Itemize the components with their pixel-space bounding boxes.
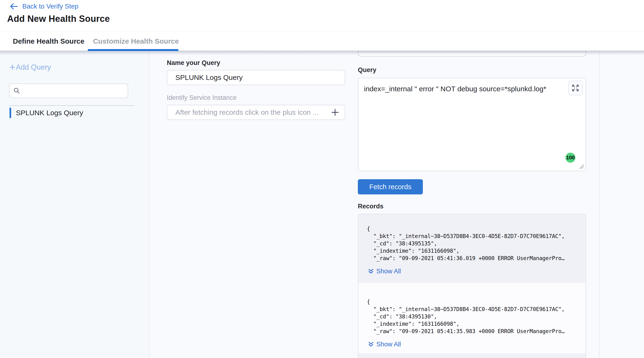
double-chevron-down-icon: [368, 268, 374, 275]
record-row: { "_bkt": "_internal~38~D537D8B4-3EC0-4D…: [358, 283, 586, 353]
show-all-link[interactable]: Show All: [368, 341, 401, 348]
query-textarea[interactable]: index=_internal " error " NOT debug sour…: [358, 78, 586, 171]
tab-customize-health-source[interactable]: Customize Health Source: [93, 32, 179, 51]
plus-icon: +: [10, 64, 16, 71]
records-label: Records: [358, 203, 384, 210]
selected-item-bar: [10, 108, 11, 118]
double-chevron-down-icon: [368, 342, 374, 348]
add-service-instance-plus-icon[interactable]: [331, 108, 339, 116]
page-header: Back to Verify Step Add New Health Sourc…: [0, 0, 644, 31]
query-sidebar: + Add Query SPLUNK Logs Query: [0, 51, 150, 358]
record-row-partial: [358, 353, 586, 358]
query-length-badge: 100: [566, 153, 576, 163]
sidebar-divider: [9, 105, 134, 106]
show-all-label: Show All: [376, 341, 401, 348]
record-json: { "_bkt": "_internal~38~D537D8B4-3EC0-4D…: [367, 225, 586, 262]
tab-define-health-source[interactable]: Define Health Source: [13, 32, 84, 51]
query-search-box: [9, 83, 128, 98]
sidebar-item-splunk-logs-query[interactable]: SPLUNK Logs Query: [10, 107, 83, 119]
identify-service-instance-label: Identify Service Instance: [167, 94, 345, 101]
tab-bar: Define Health Source Customize Health So…: [0, 31, 644, 51]
record-row: { "_bkt": "_internal~38~D537D8B4-3EC0-4D…: [358, 214, 586, 283]
query-text: index=_internal " error " NOT debug sour…: [364, 85, 564, 93]
expand-icon: [572, 84, 580, 92]
name-your-query-label: Name your Query: [167, 59, 345, 67]
resize-grip-handle[interactable]: [578, 163, 584, 169]
query-name-input[interactable]: [167, 70, 345, 85]
service-instance-input[interactable]: [167, 105, 345, 120]
query-form-column: Name your Query Identify Service Instanc…: [167, 51, 345, 120]
records-container: { "_bkt": "_internal~38~D537D8B4-3EC0-4D…: [358, 214, 586, 358]
add-health-source-page: Back to Verify Step Add New Health Sourc…: [0, 0, 644, 358]
record-json: { "_bkt": "_internal~38~D537D8B4-3EC0-4D…: [367, 298, 586, 335]
show-all-link[interactable]: Show All: [368, 268, 401, 275]
add-query-button[interactable]: + Add Query: [10, 63, 51, 72]
query-search-input[interactable]: [24, 87, 124, 95]
add-query-label: Add Query: [16, 63, 51, 72]
search-icon: [13, 87, 20, 94]
show-all-label: Show All: [376, 268, 401, 275]
fetch-records-button[interactable]: Fetch records: [358, 179, 423, 194]
page-title: Add New Health Source: [7, 14, 110, 24]
right-panel-divider: [599, 51, 600, 358]
query-label: Query: [358, 66, 376, 74]
back-link-label: Back to Verify Step: [22, 2, 78, 10]
back-to-verify-step-link[interactable]: Back to Verify Step: [9, 2, 78, 10]
back-arrow-icon: [9, 2, 18, 10]
query-item-label: SPLUNK Logs Query: [16, 109, 83, 117]
expand-query-button[interactable]: [568, 81, 583, 95]
active-tab-underline: [88, 49, 178, 51]
